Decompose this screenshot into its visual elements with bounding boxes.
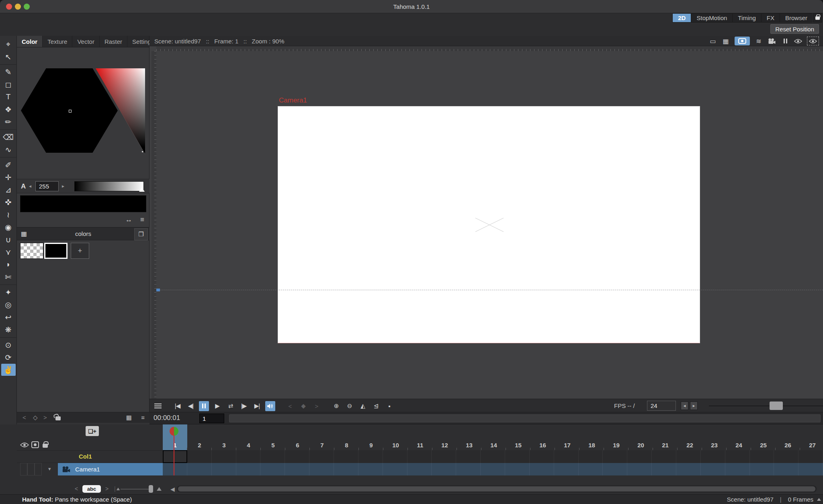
scroll-up-icon[interactable] — [817, 498, 821, 501]
xsheet-cell[interactable] — [554, 450, 579, 463]
xsheet-cell[interactable] — [701, 450, 725, 463]
rgb-picker-tool[interactable]: ✛ — [1, 171, 16, 183]
playback-menu-button[interactable] — [153, 401, 163, 411]
xsheet-cell[interactable] — [260, 450, 285, 463]
xsheet-cell[interactable] — [456, 450, 481, 463]
camera-track-cell[interactable] — [285, 463, 309, 475]
xsheet-cell[interactable] — [579, 450, 603, 463]
fps-decrement-button[interactable]: ◂ — [681, 402, 688, 410]
column-visibility-eye-icon[interactable] — [20, 442, 29, 448]
xsheet-cell[interactable] — [725, 450, 750, 463]
plastic-tool[interactable]: ❋ — [1, 324, 16, 336]
tab-vector[interactable]: Vector — [72, 36, 100, 47]
camera-track-cell[interactable] — [163, 463, 187, 475]
frame-number-cell[interactable]: 6 — [285, 441, 310, 450]
table-view-button[interactable]: ▦ — [722, 37, 730, 45]
cell-mark-abc-button[interactable]: abc — [82, 485, 101, 493]
previous-key-button[interactable]: < — [285, 401, 295, 411]
eraser-tool[interactable]: ⌫ — [1, 131, 16, 143]
hook-tool[interactable]: ↩ — [1, 311, 16, 323]
frame-number-cell[interactable]: 19 — [604, 441, 629, 450]
xsheet-cell[interactable] — [334, 450, 358, 463]
style-picker-tool[interactable]: ✐ — [1, 159, 16, 171]
next-style-icon[interactable]: > — [43, 414, 47, 421]
loop-button[interactable]: ⇄ — [225, 401, 235, 411]
track-toggle-cell[interactable] — [35, 463, 42, 475]
tab-texture[interactable]: Texture — [43, 36, 72, 47]
frame-number-cell[interactable]: 3 — [212, 441, 236, 450]
camera-track-cell[interactable] — [432, 463, 456, 475]
xsheet-cell[interactable] — [750, 450, 774, 463]
next-key-button[interactable]: > — [311, 401, 321, 411]
onion-skin-button[interactable]: ≋ — [755, 37, 763, 45]
preview-button[interactable] — [794, 37, 802, 45]
camera-track-header[interactable]: Camera1 — [58, 463, 163, 475]
tracker-tool[interactable]: ◎ — [1, 299, 16, 311]
tab-raster[interactable]: Raster — [100, 36, 127, 47]
camera-track-cell[interactable] — [701, 463, 725, 475]
frame-number-cell[interactable]: 16 — [530, 441, 555, 450]
camera-track-cell[interactable] — [309, 463, 334, 475]
iron-tool[interactable]: ◗ — [1, 258, 16, 270]
reset-view-button[interactable]: ▪ — [384, 401, 394, 411]
shrink-cells-icon[interactable] — [117, 488, 120, 490]
previous-frame-button[interactable]: ◀| — [186, 401, 196, 411]
fps-slider-track[interactable] — [709, 406, 823, 406]
previous-name-icon[interactable]: < — [75, 486, 78, 492]
frame-number-cell[interactable]: 14 — [481, 441, 506, 450]
camera-track-cell[interactable] — [603, 463, 627, 475]
xsheet-cell[interactable] — [505, 450, 530, 463]
frame-number-cell[interactable]: 1 — [163, 441, 187, 450]
camera-track-cell[interactable] — [260, 463, 285, 475]
xsheet-cell[interactable] — [212, 450, 236, 463]
paintbrush-tool[interactable]: ✏ — [1, 116, 16, 128]
camera-track-cell[interactable] — [383, 463, 407, 475]
frame-number-cell[interactable]: 26 — [776, 441, 800, 450]
magnet-tool[interactable]: ∪ — [1, 234, 16, 246]
room-tab-fx[interactable]: FX — [761, 13, 780, 23]
xsheet-cell[interactable] — [383, 450, 407, 463]
flip-vertical-button[interactable]: ⊴ — [371, 401, 381, 411]
fill-tool[interactable]: ❖ — [1, 103, 16, 115]
xsheet-cell[interactable] — [627, 450, 652, 463]
play-button[interactable]: ▶ — [212, 401, 222, 411]
frame-number-cell[interactable]: 4 — [236, 441, 261, 450]
camera-stage-canvas[interactable] — [278, 106, 700, 343]
room-tab-timing[interactable]: Timing — [732, 13, 761, 23]
cell-zoom-handle[interactable] — [149, 485, 153, 493]
camera-track-cell[interactable] — [774, 463, 798, 475]
last-frame-button[interactable]: ▶| — [252, 401, 262, 411]
room-tab-2d[interactable]: 2D — [672, 13, 691, 23]
palette-save-button[interactable]: ❐ — [134, 228, 148, 240]
reset-position-button[interactable]: Reset Position — [770, 24, 819, 34]
camera-track-cell[interactable] — [579, 463, 603, 475]
xsheet-cell[interactable] — [285, 450, 309, 463]
enlarge-cells-icon[interactable] — [157, 487, 162, 491]
style-menu-icon[interactable]: ≡ — [140, 216, 144, 224]
xsheet-cell[interactable] — [163, 450, 187, 463]
rotate-tool[interactable]: ⟳ — [1, 351, 16, 363]
camera-track-cell[interactable] — [456, 463, 481, 475]
camera-track-cell[interactable] — [505, 463, 530, 475]
workspace[interactable]: Camera1 — [156, 51, 823, 399]
alpha-decrement-button[interactable]: ◂ — [29, 183, 31, 189]
frame-number-cell[interactable]: 18 — [579, 441, 604, 450]
frame-number-cell[interactable]: 24 — [727, 441, 751, 450]
column-header-cell[interactable]: Col1 — [17, 450, 163, 463]
frame-range-track[interactable] — [229, 414, 821, 422]
room-tab-stopmotion[interactable]: StopMotion — [691, 13, 732, 23]
frame-number-cell[interactable]: 9 — [359, 441, 383, 450]
brush-tool[interactable]: ✎ — [1, 66, 16, 78]
camera-track-cell[interactable] — [407, 463, 432, 475]
frame-number-cell[interactable]: 10 — [383, 441, 408, 450]
track-toggle-cell[interactable] — [27, 463, 35, 475]
xsheet-cell[interactable] — [652, 450, 676, 463]
frame-number-cell[interactable]: 20 — [629, 441, 653, 450]
fps-input[interactable] — [647, 401, 676, 411]
control-point-editor-tool[interactable]: ✜ — [1, 196, 16, 208]
timeline-horizontal-scrollbar[interactable] — [177, 486, 817, 492]
room-tab-browser[interactable]: Browser — [780, 13, 813, 23]
scroll-left-icon[interactable]: ◀ — [170, 486, 175, 492]
set-key-button[interactable]: ◆ — [298, 401, 308, 411]
camera-track-cell[interactable] — [236, 463, 261, 475]
